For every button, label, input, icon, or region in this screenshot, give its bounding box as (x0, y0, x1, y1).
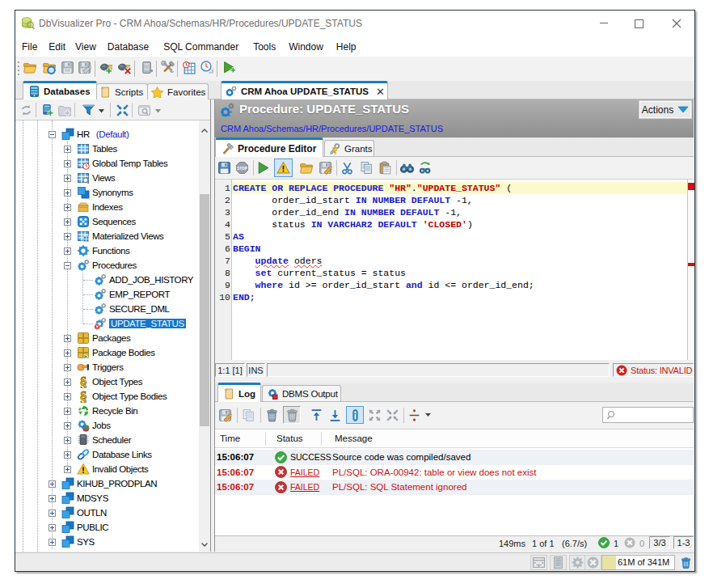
svg-text:STOP: STOP (237, 167, 248, 171)
svg-text:§: § (79, 390, 87, 403)
svg-text:§: § (79, 375, 87, 388)
